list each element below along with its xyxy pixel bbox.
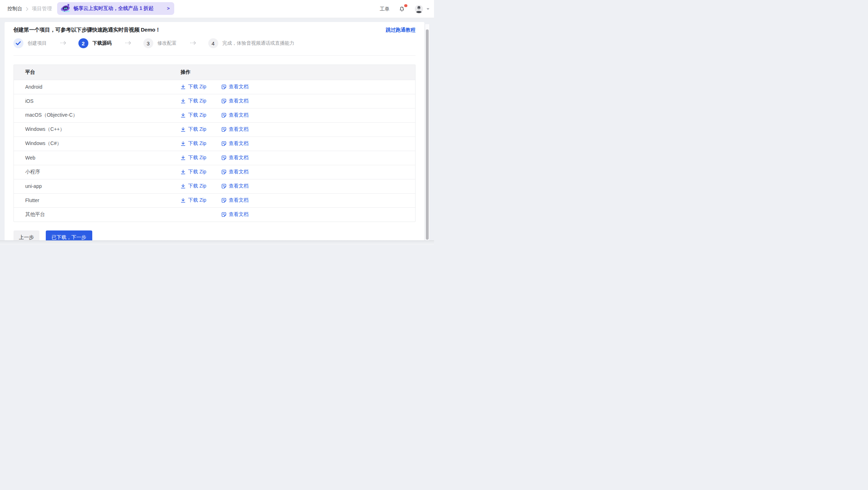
download-zip-link[interactable]: 下载 Zip — [181, 140, 221, 147]
view-docs-link[interactable]: 查看文档 — [221, 98, 249, 104]
breadcrumb-separator-icon — [26, 7, 28, 11]
document-icon — [221, 127, 226, 132]
promo-banner[interactable]: 新春 畅享云上实时互动，全线产品 1 折起 > — [57, 2, 174, 15]
view-docs-link[interactable]: 查看文档 — [221, 155, 249, 161]
table-row: 其他平台查看文档 — [14, 207, 416, 222]
table-row: 小程序下载 Zip查看文档 — [14, 165, 416, 179]
page-title: 创建第一个项目，可参考以下步骤快速跑通实时音视频 Demo！ — [13, 27, 161, 33]
view-docs-label: 查看文档 — [229, 183, 249, 189]
document-icon — [221, 212, 226, 217]
download-zip-label: 下载 Zip — [188, 140, 206, 147]
table-row: macOS（Objective-C）下载 Zip查看文档 — [14, 108, 416, 122]
download-zip-label: 下载 Zip — [188, 183, 206, 189]
view-docs-label: 查看文档 — [229, 211, 249, 218]
download-zip-link[interactable]: 下载 Zip — [181, 183, 221, 189]
step-4-label: 完成，体验音视频通话或直播能力 — [223, 40, 295, 46]
promo-banner-text: 畅享云上实时互动，全线产品 1 折起 — [73, 5, 154, 12]
view-docs-link[interactable]: 查看文档 — [221, 140, 249, 147]
document-icon — [221, 169, 226, 174]
view-docs-label: 查看文档 — [229, 155, 249, 161]
download-zip-link[interactable]: 下载 Zip — [181, 197, 221, 204]
download-zip-link[interactable]: 下载 Zip — [181, 84, 221, 90]
download-icon — [181, 184, 186, 189]
step-4-circle: 4 — [208, 38, 218, 48]
view-docs-label: 查看文档 — [229, 84, 249, 90]
main-card: 创建第一个项目，可参考以下步骤快速跑通实时音视频 Demo！ 跳过跑通教程 创建… — [5, 22, 425, 245]
download-icon — [181, 198, 186, 203]
table-row: iOS下载 Zip查看文档 — [14, 94, 416, 108]
download-zip-link[interactable]: 下载 Zip — [181, 169, 221, 175]
skip-tutorial-link[interactable]: 跳过跑通教程 — [386, 27, 416, 33]
step-arrow-icon — [60, 40, 66, 46]
bottom-edge-strip — [0, 240, 434, 245]
table-row: Flutter下载 Zip查看文档 — [14, 193, 416, 207]
download-icon — [181, 169, 186, 174]
breadcrumb: 控制台 项目管理 — [7, 6, 52, 12]
view-docs-link[interactable]: 查看文档 — [221, 197, 249, 204]
table-row: uni-app下载 Zip查看文档 — [14, 179, 416, 193]
view-docs-link[interactable]: 查看文档 — [221, 84, 249, 90]
step-2-label: 下载源码 — [93, 40, 112, 46]
download-zip-label: 下载 Zip — [188, 84, 206, 90]
table-row: Windows（C++）下载 Zip查看文档 — [14, 122, 416, 137]
table-row: Web下载 Zip查看文档 — [14, 151, 416, 165]
breadcrumb-project-management[interactable]: 项目管理 — [32, 6, 52, 12]
download-icon — [181, 84, 186, 89]
step-3-circle: 3 — [143, 38, 153, 48]
view-docs-label: 查看文档 — [229, 112, 249, 118]
account-caret-icon[interactable] — [427, 8, 429, 10]
table-row: Windows（C#）下载 Zip查看文档 — [14, 137, 416, 151]
document-icon — [221, 113, 226, 118]
document-icon — [221, 184, 226, 189]
step-arrow-icon — [190, 40, 196, 46]
vertical-scrollbar-thumb[interactable] — [426, 29, 429, 240]
view-docs-label: 查看文档 — [229, 140, 249, 147]
view-docs-link[interactable]: 查看文档 — [221, 126, 249, 133]
platform-name: macOS（Objective-C） — [14, 112, 181, 118]
platform-name: Windows（C#） — [14, 140, 181, 147]
download-zip-link[interactable]: 下载 Zip — [181, 126, 221, 133]
ticket-link[interactable]: 工单 — [380, 6, 390, 12]
view-docs-label: 查看文档 — [229, 126, 249, 133]
step-wizard: 创建项目2下载源码3修改配置4完成，体验音视频通话或直播能力 — [13, 38, 416, 48]
platform-name: Windows（C++） — [14, 126, 181, 133]
view-docs-link[interactable]: 查看文档 — [221, 211, 249, 218]
download-zip-link[interactable]: 下载 Zip — [181, 155, 221, 161]
download-zip-label: 下载 Zip — [188, 126, 206, 133]
table-row: Android下载 Zip查看文档 — [14, 80, 416, 94]
document-icon — [221, 198, 226, 203]
download-icon — [181, 141, 186, 146]
avatar[interactable] — [415, 5, 423, 13]
view-docs-label: 查看文档 — [229, 98, 249, 104]
document-icon — [221, 99, 226, 104]
document-icon — [221, 141, 226, 146]
view-docs-link[interactable]: 查看文档 — [221, 112, 249, 118]
table-header-row: 平台 操作 — [14, 65, 416, 80]
download-zip-label: 下载 Zip — [188, 98, 206, 104]
step-1-label: 创建项目 — [28, 40, 47, 46]
view-docs-link[interactable]: 查看文档 — [221, 169, 249, 175]
vertical-scrollbar-track[interactable] — [425, 24, 430, 240]
platform-name: Web — [14, 155, 181, 161]
step-1-circle-check-icon — [13, 38, 23, 48]
top-header-bar: 控制台 项目管理 新春 畅享云上实时互动，全线产品 1 折起 > 工单 — [0, 0, 434, 18]
step-arrow-icon — [125, 40, 131, 46]
download-icon — [181, 99, 186, 104]
download-zip-label: 下载 Zip — [188, 169, 206, 175]
download-zip-link[interactable]: 下载 Zip — [181, 112, 221, 118]
step-2-circle: 2 — [78, 38, 88, 48]
download-zip-link[interactable]: 下载 Zip — [181, 98, 221, 104]
notification-badge — [404, 4, 407, 7]
breadcrumb-console[interactable]: 控制台 — [7, 6, 22, 12]
platform-name: 小程序 — [14, 169, 181, 175]
step-3-label: 修改配置 — [158, 40, 177, 46]
promo-arrow-icon: > — [167, 6, 170, 11]
download-zip-label: 下载 Zip — [188, 155, 206, 161]
download-icon — [181, 127, 186, 132]
platform-name: Flutter — [14, 197, 181, 203]
download-icon — [181, 113, 186, 118]
document-icon — [221, 155, 226, 160]
notification-bell-icon[interactable] — [399, 6, 405, 12]
view-docs-link[interactable]: 查看文档 — [221, 183, 249, 189]
download-zip-label: 下载 Zip — [188, 197, 206, 204]
